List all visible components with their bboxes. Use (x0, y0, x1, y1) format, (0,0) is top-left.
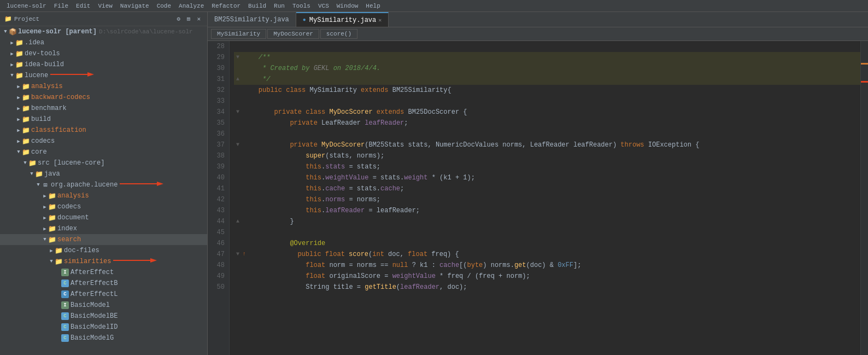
sidebar-item-analysis2[interactable]: ▶ 📁 analysis (0, 190, 207, 201)
backward-codecs-label: backward-codecs (31, 94, 90, 101)
menu-help[interactable]: Window (335, 2, 361, 10)
basicmodel-icon: I (61, 301, 69, 309)
method-tab-score[interactable]: score() (320, 29, 357, 39)
similarities-label: similarities (64, 258, 111, 265)
basicmodelg-arrow (55, 335, 61, 341)
java-arrow: ▼ (28, 171, 35, 177)
arrow-annotation-similarities (113, 257, 157, 264)
sidebar-item-idea-build[interactable]: ▶ 📁 idea-build (0, 59, 207, 70)
code-line-50: String title = getTitle(leafReader, doc)… (234, 282, 860, 293)
sidebar-item-dev-tools[interactable]: ▶ 📁 dev-tools (0, 48, 207, 59)
index-arrow: ▶ (42, 225, 48, 232)
method-tab-mydocscorer[interactable]: MyDocScorer (267, 29, 319, 39)
sidebar-item-org-apache-lucene[interactable]: ▼ ⊞ org.apache.lucene (0, 179, 207, 190)
core-arrow: ▼ (15, 149, 22, 155)
menu-analyze[interactable]: Code (155, 2, 173, 10)
code-35-text: private LeafReader leafReader; (243, 118, 408, 129)
gutter-34: ▼ (234, 107, 242, 118)
sidebar-item-index[interactable]: ▶ 📁 index (0, 223, 207, 234)
sidebar-item-document[interactable]: ▶ 📁 document (0, 212, 207, 223)
tree-root[interactable]: ▼ 📦 lucene-solr [parent] D:\solrCode\aa\… (0, 26, 207, 37)
sidebar-item-basicmodelbe[interactable]: C BasicModelBE (0, 311, 207, 322)
sidebar-item-lucene[interactable]: ▼ 📁 lucene (0, 70, 207, 81)
mysimilarity-tab-icon: ● (303, 17, 306, 23)
menu-refactor[interactable]: Analyze (177, 2, 206, 10)
sidebar-item-codecs[interactable]: ▶ 📁 codecs (0, 136, 207, 147)
tab-bm25similarity[interactable]: BM25Similarity.java (208, 12, 296, 27)
menu-edit[interactable]: File (52, 2, 71, 10)
arrow-annotation-org (120, 181, 163, 187)
sidebar-item-build[interactable]: ▶ 📁 build (0, 114, 207, 125)
sidebar-item-benchmark[interactable]: ▶ 📁 benchmark (0, 103, 207, 114)
sidebar-item-aftereffectb[interactable]: C AfterEffectB (0, 278, 207, 289)
sidebar-item-analysis[interactable]: ▶ 📁 analysis (0, 81, 207, 92)
sidebar-item-core[interactable]: ▼ 📁 core (0, 147, 207, 158)
code-40-text: this.weightValue = stats.weight * (k1 + … (243, 172, 475, 183)
java-label: java (44, 170, 60, 178)
sidebar-header: 📁 Project ⚙ ⊞ ✕ (0, 12, 207, 26)
sidebar-item-codecs2[interactable]: ▶ 📁 codecs (0, 201, 207, 212)
search-label: search (57, 236, 81, 243)
index-label: index (57, 225, 77, 232)
basicmodel-label: BasicModel (71, 301, 110, 309)
menu-run[interactable]: Build (246, 2, 268, 10)
menu-view[interactable]: Edit (74, 2, 92, 10)
line-numbers: 28 29 30 31 32 33 34 35 36 37 38 39 40 4… (208, 41, 230, 355)
sidebar-settings-btn[interactable]: ⊞ (185, 14, 193, 24)
root-arrow: ▼ (2, 28, 9, 35)
sidebar-item-similarities[interactable]: ▼ 📁 similarities (0, 256, 207, 267)
sidebar-item-basicmodelid[interactable]: C BasicModelID (0, 322, 207, 333)
sidebar-item-search[interactable]: ▼ 📁 search (0, 234, 207, 245)
sidebar-item-java[interactable]: ▼ 📁 java (0, 168, 207, 179)
sidebar-item-basicmodelg[interactable]: C BasicModelG (0, 333, 207, 344)
code-line-38: super(stats, norms); (234, 150, 860, 161)
menu-extra[interactable]: Help (363, 2, 382, 10)
tab-mysimilarity[interactable]: ● MySimilarity.java ✕ (296, 12, 389, 27)
main-layout: 📁 Project ⚙ ⊞ ✕ ▼ 📦 lucene-solr [parent]… (0, 12, 868, 355)
dev-tools-arrow: ▶ (9, 50, 15, 57)
aftereffectl-label: AfterEffectL (71, 290, 118, 298)
code-31-text: */ (243, 74, 270, 85)
org-apache-arrow: ▼ (35, 182, 42, 188)
code-line-31: ▲ */ (234, 74, 860, 85)
sidebar-item-aftereffect[interactable]: I AfterEffect (0, 267, 207, 278)
code-48-text: float norm = norms == null ? k1 : cache[… (243, 260, 581, 271)
backward-codecs-folder-icon: 📁 (22, 94, 30, 101)
menu-vcs[interactable]: Tools (290, 2, 313, 10)
classification-folder-icon: 📁 (22, 126, 30, 134)
menu-code[interactable]: Navigate (118, 2, 151, 10)
method-tab-mysimilarity[interactable]: MySimilarity (211, 29, 266, 39)
codecs-folder-icon: 📁 (22, 137, 30, 145)
menu-file[interactable]: lucene-solr (4, 2, 49, 10)
sidebar-item-doc-files[interactable]: ▶ 📁 doc-files (0, 245, 207, 256)
sidebar-item-idea[interactable]: ▶ 📁 .idea (0, 37, 207, 48)
mysimilarity-tab-close[interactable]: ✕ (378, 17, 382, 24)
idea-build-arrow: ▶ (9, 61, 15, 68)
sidebar-close-btn[interactable]: ✕ (195, 14, 203, 24)
svg-marker-5 (150, 258, 157, 263)
menu-window[interactable]: VCS (316, 2, 331, 10)
code-line-33 (234, 96, 860, 107)
idea-build-folder-icon: 📁 (15, 61, 23, 68)
scroll-marker-1 (861, 63, 868, 65)
backward-codecs-arrow: ▶ (15, 94, 22, 101)
sidebar-item-src[interactable]: ▼ 📁 src [lucene-core] (0, 158, 207, 168)
sidebar: 📁 Project ⚙ ⊞ ✕ ▼ 📦 lucene-solr [parent]… (0, 12, 208, 355)
code-32-text: public class MySimilarity extends BM25Si… (243, 85, 451, 96)
build-folder-icon: 📁 (22, 115, 30, 123)
menu-tools[interactable]: Run (272, 2, 287, 10)
sidebar-item-aftereffectl[interactable]: C AfterEffectL (0, 289, 207, 300)
code-49-text: float originalScore = weightValue * freq… (243, 271, 530, 282)
sidebar-item-backward-codecs[interactable]: ▶ 📁 backward-codecs (0, 92, 207, 103)
menu-navigate[interactable]: View (96, 2, 114, 10)
sidebar-item-classification[interactable]: ▶ 📁 classification (0, 125, 207, 136)
sidebar-collapse-btn[interactable]: ⚙ (174, 14, 183, 24)
override-marker-47: ↑ (243, 249, 250, 260)
code-line-46: @Override (234, 238, 860, 249)
index-folder-icon: 📁 (48, 225, 56, 232)
menu-build[interactable]: Refactor (209, 2, 243, 10)
gutter-44: ▲ (234, 216, 242, 227)
gutter-29: ▼ (234, 52, 242, 63)
sidebar-item-basicmodel[interactable]: I BasicModel (0, 300, 207, 311)
code-line-34: ▼ private class MyDocScorer extends BM25… (234, 107, 860, 118)
